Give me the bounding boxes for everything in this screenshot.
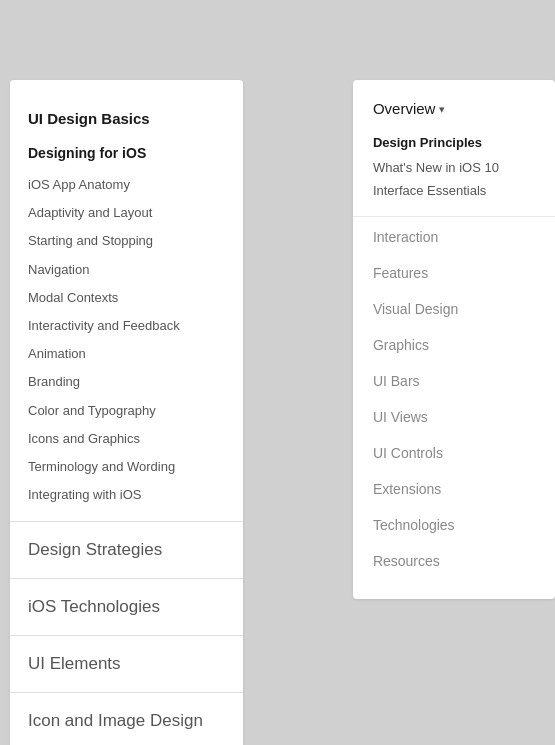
right-item-technologies[interactable]: Technologies bbox=[353, 507, 555, 543]
left-panel: UI Design Basics Designing for iOS iOS A… bbox=[10, 80, 243, 745]
nav-item-color-typography[interactable]: Color and Typography bbox=[10, 397, 243, 425]
nav-item-ios-app-anatomy[interactable]: iOS App Anatomy bbox=[10, 171, 243, 199]
nav-item-navigation[interactable]: Navigation bbox=[10, 256, 243, 284]
nav-item-animation[interactable]: Animation bbox=[10, 340, 243, 368]
ios-technologies-section[interactable]: iOS Technologies bbox=[10, 579, 243, 636]
ui-design-basics-title[interactable]: UI Design Basics bbox=[10, 96, 243, 141]
right-item-graphics[interactable]: Graphics bbox=[353, 327, 555, 363]
right-item-interaction[interactable]: Interaction bbox=[353, 219, 555, 255]
design-principles-item[interactable]: Design Principles bbox=[373, 131, 535, 156]
right-item-resources[interactable]: Resources bbox=[353, 543, 555, 579]
active-item[interactable]: Designing for iOS bbox=[10, 141, 243, 171]
nav-item-branding[interactable]: Branding bbox=[10, 368, 243, 396]
right-item-features[interactable]: Features bbox=[353, 255, 555, 291]
ui-design-basics-section: UI Design Basics Designing for iOS iOS A… bbox=[10, 80, 243, 522]
overview-header[interactable]: Overview ▾ bbox=[353, 96, 555, 131]
nav-item-adaptivity[interactable]: Adaptivity and Layout bbox=[10, 199, 243, 227]
design-principles-subsection: Design Principles What's New in iOS 10 I… bbox=[353, 131, 555, 217]
icon-image-design-title[interactable]: Icon and Image Design bbox=[10, 693, 243, 745]
right-panel: Overview ▾ Design Principles What's New … bbox=[353, 80, 555, 599]
right-item-visual-design[interactable]: Visual Design bbox=[353, 291, 555, 327]
overview-title: Overview bbox=[373, 100, 436, 117]
nav-item-integrating[interactable]: Integrating with iOS bbox=[10, 481, 243, 509]
design-strategies-section[interactable]: Design Strategies bbox=[10, 522, 243, 579]
right-item-extensions[interactable]: Extensions bbox=[353, 471, 555, 507]
nav-item-interactivity[interactable]: Interactivity and Feedback bbox=[10, 312, 243, 340]
chevron-down-icon: ▾ bbox=[439, 103, 445, 116]
right-item-ui-views[interactable]: UI Views bbox=[353, 399, 555, 435]
right-item-ui-bars[interactable]: UI Bars bbox=[353, 363, 555, 399]
ui-elements-section[interactable]: UI Elements bbox=[10, 636, 243, 693]
whats-new-item[interactable]: What's New in iOS 10 bbox=[373, 156, 535, 179]
design-strategies-title[interactable]: Design Strategies bbox=[10, 522, 243, 578]
nav-item-starting-stopping[interactable]: Starting and Stopping bbox=[10, 227, 243, 255]
interface-essentials-item[interactable]: Interface Essentials bbox=[373, 179, 535, 202]
ios-technologies-title[interactable]: iOS Technologies bbox=[10, 579, 243, 635]
right-item-ui-controls[interactable]: UI Controls bbox=[353, 435, 555, 471]
nav-item-modal-contexts[interactable]: Modal Contexts bbox=[10, 284, 243, 312]
nav-item-icons-graphics[interactable]: Icons and Graphics bbox=[10, 425, 243, 453]
ui-elements-title[interactable]: UI Elements bbox=[10, 636, 243, 692]
icon-image-design-section[interactable]: Icon and Image Design bbox=[10, 693, 243, 745]
nav-item-terminology[interactable]: Terminology and Wording bbox=[10, 453, 243, 481]
